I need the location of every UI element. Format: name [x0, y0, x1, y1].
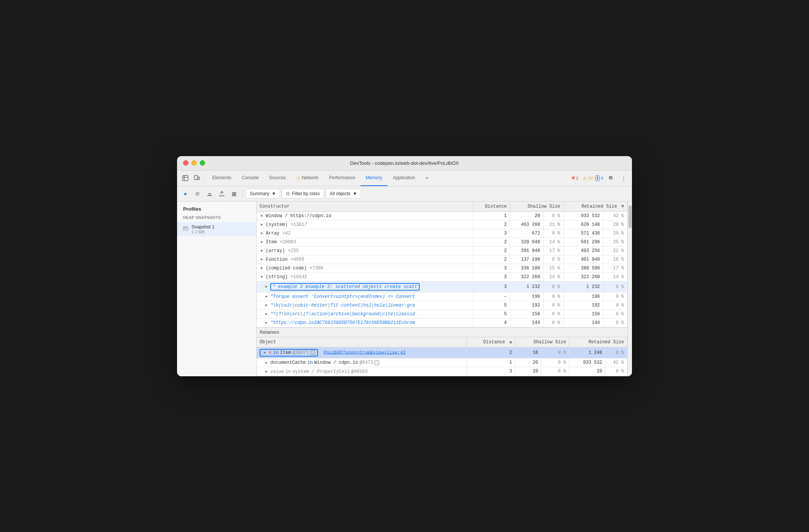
expand-icon[interactable]: ▶	[260, 275, 264, 279]
table-row[interactable]: ▶ (array) ×255 2 391 948 17 % 493 256 22…	[257, 246, 627, 255]
shallow-size-cell: 391 948	[510, 246, 543, 255]
expand-icon[interactable]: ▶	[260, 240, 264, 244]
sidebar-item-snapshot1[interactable]: Snapshot 1 2.2 MB	[177, 222, 256, 236]
clear-button[interactable]: ⊘	[192, 188, 203, 199]
table-row[interactable]: ▶ "Torque assert 'Convert<uintptr>(endIn…	[257, 292, 627, 301]
col-r-distance[interactable]: Distance ▲	[467, 337, 515, 347]
tab-more[interactable]: »	[420, 170, 434, 186]
table-row-highlighted[interactable]: ▶ " example 3 example 3: scattered objec…	[257, 281, 627, 292]
retainers-table: Object Distance ▲ Shallow Size Retained …	[257, 337, 627, 376]
device-toolbar-icon[interactable]	[191, 173, 202, 183]
distance-cell: 2	[473, 220, 510, 229]
constructor-cell: ▶ Function ×4689	[257, 255, 473, 264]
table-row[interactable]: ▶ "https://cdpn.io2AC766158D5B7507E17015…	[257, 318, 627, 327]
retainer-row-selected[interactable]: ▶ x in Item @38071 □ PoLdb0X?anon=true&v…	[257, 347, 627, 358]
expand-icon[interactable]: ▶	[260, 222, 264, 227]
table-row[interactable]: ▶ Function ×4689 2 137 196 6 % 401 940 1…	[257, 255, 627, 264]
expand-icon[interactable]: ▶	[264, 285, 269, 289]
col-shallow-size: Shallow Size	[510, 202, 563, 212]
table-row[interactable]: ▶ (system) ×13817 2 463 280 21 % 620 148…	[257, 220, 627, 229]
table-row[interactable]: ▶ "\b(calc|cubic-bezier|fit-content|hsl|…	[257, 301, 627, 310]
retainer-row[interactable]: ▶ value in system / PropertyCell @40163 …	[257, 367, 627, 376]
distance-cell: 3	[473, 264, 510, 272]
nav-separator	[204, 174, 205, 182]
col-retained-size[interactable]: Retained Size ▼	[563, 202, 627, 212]
sort-asc-icon: ▲	[509, 340, 512, 345]
retained-pct-cell: 17 %	[603, 264, 627, 272]
window-title: DevTools - codepen.io/web-dot-dev/live/P…	[350, 160, 459, 166]
info-count[interactable]: ℹ 4	[595, 175, 603, 181]
expand-icon[interactable]: ▶	[260, 249, 264, 253]
devtools-window: DevTools - codepen.io/web-dot-dev/live/P…	[177, 156, 632, 376]
traffic-lights	[183, 160, 205, 166]
close-button[interactable]	[183, 160, 188, 166]
load-button[interactable]	[204, 188, 215, 199]
shallow-pct-cell: 0 %	[543, 211, 563, 220]
expand-icon[interactable]: ▶	[264, 303, 269, 308]
r-shallow-size-cell: 20	[515, 358, 541, 367]
save-button[interactable]	[216, 188, 227, 199]
expand-icon[interactable]: ▶	[264, 369, 269, 374]
tab-network[interactable]: ⚠ Network	[291, 170, 324, 186]
expand-icon[interactable]: ▶	[264, 360, 269, 365]
string-value-cell: "\b(calc|cubic-bezier|fit-content|hsl|hs…	[270, 303, 415, 308]
r-shallow-size-cell: 16	[515, 347, 541, 358]
expand-icon[interactable]: ▶	[260, 266, 264, 271]
expand-icon[interactable]: ▶	[260, 231, 264, 236]
expand-icon[interactable]: ▶	[260, 214, 264, 218]
string-value-cell: " example 3 example 3: scattered objects…	[270, 283, 420, 291]
table-row[interactable]: ▶ (string) ×16542 3 322 260 14 % 322 260…	[257, 272, 627, 281]
table-row[interactable]: ▶ Window / https://cdpn.io 1 20 0 % 933 …	[257, 211, 627, 220]
retained-pct-cell: 42 %	[603, 211, 627, 220]
table-row[interactable]: ▶ "^(?!on|src|(?:action|archive|backgrou…	[257, 310, 627, 318]
distance-cell: 5	[473, 310, 510, 318]
col-object: Object	[257, 337, 467, 347]
expand-icon[interactable]: ▶	[264, 312, 269, 316]
retainer-row[interactable]: ▶ documentCache in Window / cdpn.io @647…	[257, 358, 627, 367]
expand-icon[interactable]: ▶	[260, 257, 264, 262]
vertical-scrollbar[interactable]	[627, 202, 632, 376]
table-row[interactable]: ▶ Item ×20003 2 320 048 14 % 561 296 25 …	[257, 238, 627, 246]
retained-pct-cell: 25 %	[603, 238, 627, 246]
nav-right: ✕ 1 ⚠ 14 ℹ 4 ⋮	[569, 173, 629, 183]
scrollbar-thumb[interactable]	[629, 205, 632, 228]
expand-icon[interactable]: ▶	[263, 350, 267, 355]
statistics-button[interactable]: ▦	[229, 188, 239, 199]
heap-table: Constructor Distance Shallow Size Retain…	[257, 202, 627, 327]
filter-by-class[interactable]: ⊟ Filter by class	[282, 189, 324, 199]
tab-performance[interactable]: Performance	[324, 170, 361, 186]
shallow-size-cell: 320 048	[510, 238, 543, 246]
retainer-object-cell: ▶ documentCache in Window / cdpn.io @647…	[257, 358, 467, 367]
inspector-icon[interactable]	[180, 173, 191, 183]
retainers-header: Retainers	[257, 327, 627, 337]
tab-memory[interactable]: Memory	[361, 170, 387, 186]
maximize-button[interactable]	[200, 160, 205, 166]
toolbar: ● ⊘ ▦ Summary ▼ ⊟ Filter by class All ob…	[177, 186, 632, 202]
heap-table-container[interactable]: Constructor Distance Shallow Size Retain…	[257, 202, 627, 327]
expand-icon[interactable]: ▶	[264, 321, 269, 325]
all-objects-dropdown[interactable]: All objects ▼	[326, 189, 362, 199]
summary-dropdown[interactable]: Summary ▼	[246, 189, 280, 199]
more-button[interactable]: ⋮	[618, 173, 629, 183]
col-distance: Distance	[473, 202, 510, 212]
retained-pct-cell: 28 %	[603, 220, 627, 229]
record-button[interactable]: ●	[180, 188, 191, 199]
minimize-button[interactable]	[191, 160, 197, 166]
tab-elements[interactable]: Elements	[207, 170, 237, 186]
r-shallow-size-cell: 20	[515, 367, 541, 376]
retainer-link[interactable]: PoLdb0X?anon=true&view=live:43	[324, 350, 406, 355]
settings-button[interactable]	[605, 173, 616, 183]
warning-count[interactable]: ⚠ 14	[583, 175, 593, 181]
r-retained-size-cell: 933 532	[569, 358, 605, 367]
retainers-table-container[interactable]: Object Distance ▲ Shallow Size Retained …	[257, 337, 627, 376]
tab-application[interactable]: Application	[387, 170, 420, 186]
tab-sources[interactable]: Sources	[264, 170, 291, 186]
table-row[interactable]: ▶ (compiled code) ×7386 3 336 180 15 % 3…	[257, 264, 627, 272]
expand-icon[interactable]: ▶	[264, 294, 269, 299]
tab-console[interactable]: Console	[237, 170, 264, 186]
retained-pct-cell: 0 %	[603, 301, 627, 310]
table-row[interactable]: ▶ Array ×42 3 672 0 % 571 436 25 %	[257, 229, 627, 238]
summary-dropdown-arrow: ▼	[271, 191, 276, 196]
retained-size-cell: 933 532	[563, 211, 603, 220]
error-count[interactable]: ✕ 1	[569, 175, 580, 182]
